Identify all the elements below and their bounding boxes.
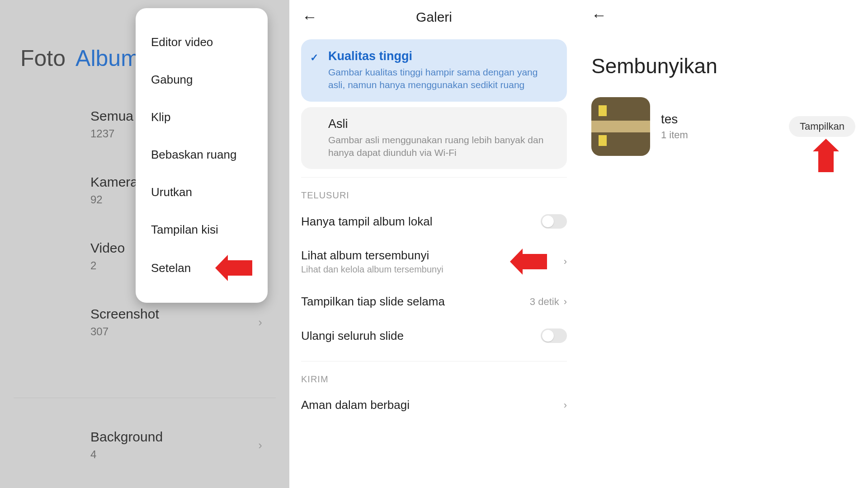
divider [301, 177, 567, 178]
album-count: 92 [90, 193, 138, 206]
option-desc: Gambar kualitas tinggi hampir sama denga… [328, 66, 555, 92]
setting-slide-duration[interactable]: Tampilkan tiap slide selama 3 detik › [289, 285, 579, 319]
chevron-right-icon: › [564, 296, 567, 308]
hidden-header: ← [579, 0, 868, 30]
section-label-send: KIRIM [301, 374, 567, 385]
menu-item-tampilan-kisi[interactable]: Tampilan kisi [136, 211, 268, 249]
album-count: 307 [90, 325, 159, 338]
overflow-menu: Editor video Gabung Klip Bebaskan ruang … [136, 8, 268, 303]
gallery-tabs: Foto Album [20, 45, 140, 71]
album-item-background[interactable]: Background 4 › [90, 429, 262, 461]
album-count: 1237 [90, 127, 133, 140]
back-button[interactable]: ← [591, 6, 607, 23]
album-list-more: Background 4 › [90, 429, 262, 461]
quality-option-high[interactable]: ✓ Kualitas tinggi Gambar kualitas tinggi… [301, 39, 567, 102]
setting-title: Lihat album tersembunyi [301, 249, 443, 263]
album-name: tes [661, 112, 778, 127]
settings-header: ← Galeri [289, 0, 579, 34]
quality-option-original[interactable]: Asli Gambar asli menggunakan ruang lebih… [301, 107, 567, 169]
hidden-album-row[interactable]: tes 1 item Tampilkan [579, 92, 868, 161]
arrow-indicator-icon [522, 254, 547, 269]
tab-album[interactable]: Album [75, 45, 140, 71]
chevron-right-icon: › [564, 399, 567, 411]
album-item-count: 1 item [661, 129, 778, 141]
album-title: Background [90, 429, 163, 445]
album-count: 2 [90, 259, 125, 272]
setting-view-hidden-albums[interactable]: Lihat album tersembunyi Lihat dan kelola… [289, 239, 579, 285]
menu-item-bebaskan-ruang[interactable]: Bebaskan ruang [136, 136, 268, 174]
tab-foto[interactable]: Foto [20, 45, 66, 71]
setting-value: 3 detik [530, 296, 559, 308]
setting-subtitle: Lihat dan kelola album tersembunyi [301, 264, 443, 275]
chevron-right-icon: › [258, 438, 262, 452]
menu-item-urutkan[interactable]: Urutkan [136, 174, 268, 211]
toggle-off[interactable] [541, 214, 567, 229]
menu-item-editor-video[interactable]: Editor video [136, 23, 268, 61]
chevron-right-icon: › [564, 256, 567, 267]
option-desc: Gambar asli menggunakan ruang lebih bany… [328, 134, 555, 160]
menu-item-klip[interactable]: Klip [136, 99, 268, 136]
menu-item-setelan[interactable]: Setelan [136, 249, 268, 287]
panel-gallery-settings: ← Galeri ✓ Kualitas tinggi Gambar kualit… [289, 0, 579, 488]
album-title: Semua [90, 108, 133, 124]
section-label-browse: TELUSURI [301, 190, 567, 201]
option-title: Kualitas tinggi [328, 49, 555, 63]
divider [14, 398, 276, 398]
check-icon: ✓ [310, 52, 318, 64]
setting-local-albums-only[interactable]: Hanya tampil album lokal [289, 204, 579, 239]
page-title: Galeri [302, 9, 566, 25]
album-thumbnail [591, 97, 650, 156]
setting-safe-share[interactable]: Aman dalam berbagi › [289, 388, 579, 422]
album-title: Video [90, 240, 125, 256]
arrow-indicator-icon [227, 260, 252, 276]
album-title: Kamera [90, 174, 138, 190]
album-count: 4 [90, 448, 163, 461]
menu-item-gabung[interactable]: Gabung [136, 61, 268, 99]
option-title: Asli [328, 117, 555, 131]
album-title: Screenshot [90, 306, 159, 322]
panel-hidden-albums: ← Sembunyikan tes 1 item Tampilkan [579, 0, 868, 488]
panel-albums-with-menu: Foto Album Semua 1237 Kamera 92 Video 2 … [0, 0, 289, 488]
show-button[interactable]: Tampilkan [789, 116, 855, 137]
page-title: Sembunyikan [591, 54, 855, 78]
arrow-indicator-icon [818, 150, 834, 172]
setting-repeat-slides[interactable]: Ulangi seluruh slide [289, 319, 579, 353]
divider [301, 361, 567, 361]
chevron-right-icon: › [258, 315, 262, 329]
toggle-off[interactable] [541, 328, 567, 343]
album-item-screenshot[interactable]: Screenshot 307 › [90, 306, 262, 338]
